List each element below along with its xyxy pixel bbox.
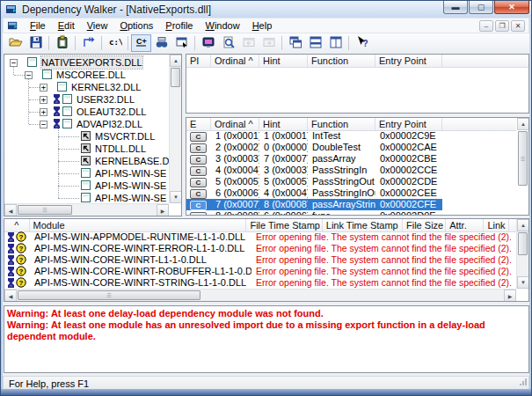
- missing-module-question-icon: ?: [16, 243, 26, 253]
- tree-item-kernel32-dll[interactable]: +KERNEL32.DLL: [4, 81, 169, 93]
- expand-toggle-icon[interactable]: +: [40, 108, 47, 116]
- tile-vertical-button[interactable]: [325, 34, 346, 52]
- exports-panel: EOrdinal ^HintFunctionEntry Point C1 (0x…: [186, 117, 529, 216]
- tree-item-label[interactable]: MSCOREE.DLL: [56, 69, 126, 81]
- module-row-api-ms-win-appmodel-runtime-l1-1-0.dll[interactable]: ?API-MS-WIN-APPMODEL-RUNTIME-L1-1-0.DLLE…: [4, 231, 516, 243]
- resize-grip[interactable]: [517, 377, 528, 389]
- modules-header-sort[interactable]: ^: [4, 219, 30, 231]
- imports-header-Function[interactable]: Function: [308, 55, 375, 67]
- tree-item-label[interactable]: KERNEL32.DLL: [71, 81, 142, 93]
- export-row-passArray[interactable]: C3 (0x0003)7 (0x0007)passArray0x00002CBE: [186, 153, 516, 165]
- export-row-PassStringOut[interactable]: C5 (0x0005)5 (0x0005)PassStringOut0x0000…: [186, 176, 516, 187]
- tree-item-nativeexports-dll[interactable]: −NATIVEEXPORTS.DLL: [4, 56, 169, 69]
- menu-view[interactable]: View: [81, 18, 114, 33]
- tile-horizontal-button[interactable]: [305, 34, 325, 52]
- mdi-minimize-button[interactable]: –: [479, 20, 493, 32]
- tree-vertical-scrollbar[interactable]: ▲ ▼: [169, 55, 181, 203]
- collapse-toggle-icon[interactable]: −: [10, 59, 18, 67]
- c-export-icon: C: [190, 155, 207, 165]
- expand-toggle-icon[interactable]: +: [40, 96, 47, 104]
- expand-toggle-icon[interactable]: +: [40, 84, 47, 92]
- tree-item-advapi32-dll[interactable]: −ADVAPI32.DLL: [4, 118, 169, 130]
- menu-profile[interactable]: Profile: [159, 18, 199, 33]
- menu-options[interactable]: Options: [113, 18, 159, 33]
- lookup-function-button[interactable]: [218, 34, 238, 52]
- mdi-restore-button[interactable]: ❐: [495, 20, 509, 32]
- external-viewer-button[interactable]: [151, 34, 171, 52]
- modules-vertical-scrollbar[interactable]: ▲ ▼: [516, 219, 528, 289]
- open-file-button[interactable]: [5, 34, 26, 52]
- tree-item-label[interactable]: API-MS-WIN-SE: [95, 167, 166, 180]
- minimize-button[interactable]: ▬: [443, 1, 468, 14]
- tree-item-api-ms-win-se[interactable]: API-MS-WIN-SE: [4, 167, 169, 180]
- imports-header-Ordinal[interactable]: Ordinal ^: [211, 55, 259, 67]
- tree-item-label[interactable]: KERNELBASE.DL: [95, 155, 169, 167]
- imports-header-Hint[interactable]: Hint: [259, 55, 308, 67]
- copy-button[interactable]: [52, 34, 72, 52]
- save-file-button[interactable]: [26, 34, 46, 52]
- context-help-button[interactable]: ?: [352, 34, 372, 52]
- collapse-toggle-icon[interactable]: −: [40, 121, 47, 128]
- mdi-close-button[interactable]: ✕: [511, 20, 525, 32]
- view-full-paths-button[interactable]: c:\: [105, 34, 125, 52]
- exports-header-Hint[interactable]: Hint: [259, 118, 308, 130]
- mdi-child-icon[interactable]: [8, 20, 19, 32]
- modules-header-FileTimeStamp[interactable]: File Time Stamp: [246, 219, 322, 231]
- auto-expand-button[interactable]: [78, 34, 98, 52]
- close-button[interactable]: ✕: [494, 1, 529, 14]
- export-row-IntTest[interactable]: C1 (0x0001)1 (0x0001)IntTest0x00002C9E: [186, 130, 516, 142]
- export-row-PassStringInOut[interactable]: C6 (0x0006)4 (0x0004)PassStringInOut0x00…: [186, 187, 516, 199]
- svg-text:?: ?: [19, 245, 24, 253]
- modules-header-Attr[interactable]: Attr.: [446, 219, 484, 231]
- module-row-api-ms-win-core-winrt-l1-1-0.dll[interactable]: ?API-MS-WIN-CORE-WINRT-L1-1-0.DLLError o…: [4, 254, 516, 266]
- system-info-button[interactable]: [198, 34, 218, 52]
- modules-header-LinkCh[interactable]: Link Ch: [484, 219, 509, 231]
- tree-item-label[interactable]: NTDLL.DLL: [95, 143, 146, 155]
- tree-item-label[interactable]: ADVAPI32.DLL: [77, 118, 142, 130]
- modules-header-Module[interactable]: Module: [30, 219, 247, 231]
- undecorate-cpp-button[interactable]: C+: [131, 34, 151, 52]
- cascade-windows-button[interactable]: [285, 34, 305, 52]
- properties-button[interactable]: [171, 34, 192, 52]
- menu-help[interactable]: Help: [246, 18, 279, 33]
- tree-item-api-ms-win-se[interactable]: API-MS-WIN-SE: [4, 180, 169, 192]
- exports-header-EntryPoint[interactable]: Entry Point: [375, 118, 442, 130]
- module-row-api-ms-win-core-winrt-error-l1-1-0.dll[interactable]: ?API-MS-WIN-CORE-WINRT-ERROR-L1-1-0.DLLE…: [4, 243, 516, 254]
- tree-horizontal-scrollbar[interactable]: ◀ ☰ ▶: [4, 203, 169, 216]
- menu-window[interactable]: Window: [199, 18, 245, 33]
- export-cell: C: [186, 210, 211, 215]
- export-row-PassStringIn[interactable]: C4 (0x0004)3 (0x0003)PassStringIn0x00002…: [186, 165, 516, 176]
- modules-header-FileSize[interactable]: File Size: [403, 219, 446, 231]
- imports-header-PI[interactable]: PI: [186, 55, 211, 67]
- imports-header-EntryPoint[interactable]: Entry Point: [375, 55, 442, 67]
- menu-edit[interactable]: Edit: [52, 18, 81, 33]
- tree-item-label[interactable]: API-MS-WIN-SE: [95, 180, 166, 192]
- export-cell: 1 (0x0001): [211, 130, 259, 142]
- collapse-toggle-icon[interactable]: −: [25, 71, 33, 79]
- tree-item-label[interactable]: NATIVEEXPORTS.DLL: [41, 56, 142, 69]
- modules-horizontal-scrollbar[interactable]: ◀ ☰ ▶: [4, 289, 516, 301]
- exports-header-Function[interactable]: Function: [308, 118, 375, 130]
- exports-header-filler: [442, 118, 516, 130]
- menu-file[interactable]: File: [24, 18, 52, 33]
- tree-item-label[interactable]: API-MS-WIN-SE: [95, 192, 166, 203]
- module-row-api-ms-win-core-winrt-string-l1-1-0.dll[interactable]: ?API-MS-WIN-CORE-WINRT-STRING-L1-1-0.DLL…: [4, 277, 516, 289]
- tree-item-kernelbase-dl[interactable]: KERNELBASE.DL: [4, 155, 169, 167]
- exports-header-Ordinal[interactable]: Ordinal ^: [211, 118, 259, 130]
- tree-item-label[interactable]: OLEAUT32.DLL: [77, 106, 146, 118]
- tree-item-mscoree-dll[interactable]: −MSCOREE.DLL: [4, 69, 169, 81]
- tree-item-label[interactable]: USER32.DLL: [77, 93, 135, 106]
- export-row-passArrayStrings[interactable]: C7 (0x0007)8 (0x0008)passArrayStrings0x0…: [186, 199, 516, 210]
- tree-item-label[interactable]: MSVCRT.DLL: [95, 130, 155, 143]
- tree-item-api-ms-win-se[interactable]: API-MS-WIN-SE: [4, 192, 169, 203]
- module-row-api-ms-win-core-winrt-robuffer-l1-1-0.dll[interactable]: ?API-MS-WIN-CORE-WINRT-ROBUFFER-L1-1-0.D…: [4, 266, 516, 277]
- exports-header-E[interactable]: E: [186, 118, 211, 130]
- modules-header-LinkTimeStamp[interactable]: Link Time Stamp: [323, 219, 403, 231]
- maximize-button[interactable]: ▢: [469, 1, 493, 14]
- export-row-DoubleTest[interactable]: C2 (0x0002)0 (0x0000)DoubleTest0x00002CA…: [186, 142, 516, 153]
- tree-item-oleaut32-dll[interactable]: +OLEAUT32.DLL: [4, 106, 169, 118]
- tree-item-msvcrt-dll[interactable]: MSVCRT.DLL: [4, 130, 169, 143]
- tree-item-ntdll-dll[interactable]: NTDLL.DLL: [4, 143, 169, 155]
- export-row-func[interactable]: C8 (0x0008)6 (0x0006)func0x00002D0E: [186, 210, 516, 215]
- tree-item-user32-dll[interactable]: +USER32.DLL: [4, 93, 169, 106]
